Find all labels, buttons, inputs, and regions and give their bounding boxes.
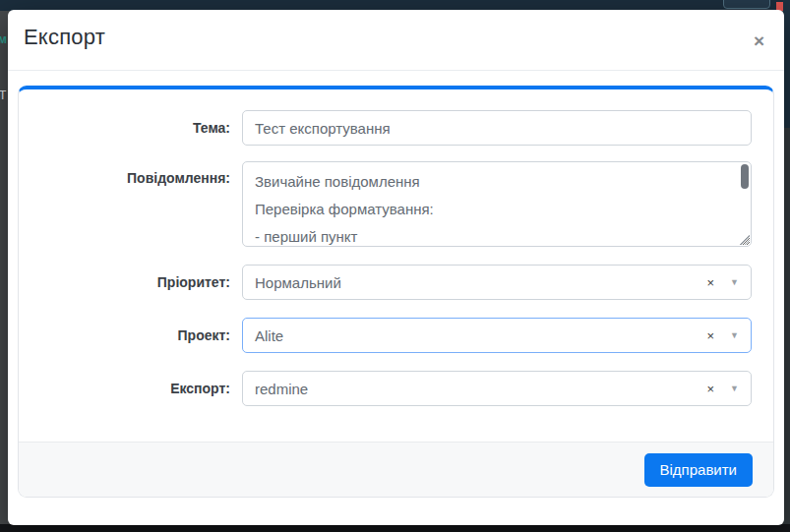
export-form-card: Тема: Повідомлення: Звичайне повідомленн… [18, 86, 774, 498]
export-modal: Експорт × Тема: Повідомлення: Звичайне п… [8, 10, 784, 525]
export-select[interactable]: redmine × ▼ [242, 371, 752, 406]
chevron-down-icon[interactable]: ▼ [730, 384, 739, 393]
project-value: Alite [255, 327, 706, 344]
subject-input[interactable] [242, 110, 752, 146]
priority-select[interactable]: Нормальний × ▼ [242, 265, 752, 300]
message-textarea[interactable]: Звичайне повідомлення Перевірка форматув… [242, 161, 752, 247]
page-edge [783, 0, 790, 128]
export-label: Експорт: [29, 371, 230, 406]
submit-button[interactable]: Відправити [644, 453, 754, 487]
page-text-fragment: Т [0, 89, 6, 101]
page-footer-bar [0, 524, 790, 532]
message-label: Повідомлення: [29, 161, 230, 186]
clear-icon[interactable]: × [706, 329, 714, 342]
export-value: redmine [255, 381, 706, 397]
modal-header: Експорт × [8, 10, 784, 71]
clear-icon[interactable]: × [706, 276, 714, 289]
project-label: Проект: [29, 318, 230, 353]
form: Тема: Повідомлення: Звичайне повідомленн… [19, 89, 773, 442]
message-row: Повідомлення: Звичайне повідомлення Пере… [29, 161, 752, 247]
export-row: Експорт: redmine × ▼ [29, 371, 752, 406]
priority-label: Пріоритет: [29, 265, 230, 300]
modal-title: Експорт [24, 25, 768, 50]
modal-body: Тема: Повідомлення: Звичайне повідомленн… [8, 71, 784, 525]
project-select[interactable]: Alite × ▼ [242, 318, 752, 353]
close-icon[interactable]: × [750, 28, 768, 54]
page-text-fragment: м [0, 33, 7, 45]
project-row: Проект: Alite × ▼ [29, 318, 752, 353]
subject-row: Тема: [29, 110, 752, 146]
page-edge [783, 128, 790, 524]
chevron-down-icon[interactable]: ▼ [730, 331, 739, 340]
form-footer: Відправити [19, 442, 773, 497]
chevron-down-icon[interactable]: ▼ [730, 278, 739, 287]
message-textarea-wrap: Звичайне повідомлення Перевірка форматув… [242, 161, 752, 247]
navbar-button-fragment [723, 0, 770, 9]
clear-icon[interactable]: × [706, 383, 714, 395]
priority-value: Нормальний [255, 274, 706, 291]
subject-label: Тема: [29, 110, 230, 146]
priority-row: Пріоритет: Нормальний × ▼ [29, 265, 752, 300]
